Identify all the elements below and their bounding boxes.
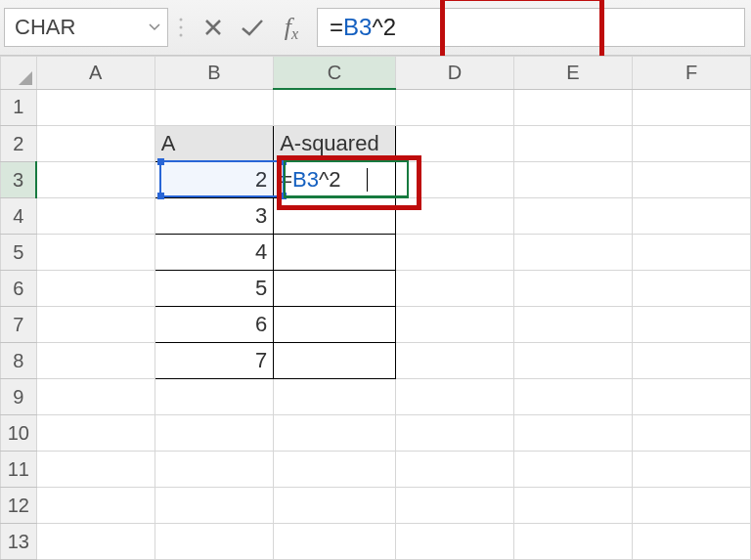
column-header[interactable]: A	[36, 57, 155, 90]
cell[interactable]	[514, 343, 633, 379]
cell[interactable]	[514, 452, 633, 488]
cell[interactable]	[514, 162, 633, 198]
column-header[interactable]: B	[155, 57, 273, 90]
cell[interactable]	[395, 235, 513, 271]
column-header[interactable]: F	[633, 57, 751, 90]
cell[interactable]	[633, 415, 751, 452]
name-box-dropdown-icon[interactable]	[142, 9, 167, 46]
cell[interactable]	[514, 307, 633, 343]
row-header[interactable]: 13	[1, 524, 37, 560]
cell[interactable]	[514, 271, 633, 307]
cell[interactable]	[274, 271, 396, 307]
cell[interactable]	[36, 452, 155, 488]
cell[interactable]	[36, 488, 155, 524]
name-box-resize-handle-icon[interactable]	[168, 0, 194, 55]
cell[interactable]	[633, 89, 751, 126]
row-header[interactable]: 6	[1, 271, 37, 307]
cell[interactable]	[514, 524, 633, 560]
row-header[interactable]: 7	[1, 307, 37, 343]
cell[interactable]	[395, 415, 513, 452]
cell[interactable]	[395, 307, 513, 343]
cell[interactable]	[514, 488, 633, 524]
formula-input[interactable]: =B3^2	[317, 8, 745, 47]
column-header[interactable]: E	[514, 57, 633, 90]
insert-function-button[interactable]: fx	[272, 8, 311, 47]
row-header[interactable]: 2	[1, 126, 37, 162]
cell[interactable]	[395, 343, 513, 379]
cell[interactable]: 3	[155, 198, 273, 235]
cell[interactable]	[36, 524, 155, 560]
cell[interactable]: 7	[155, 343, 273, 379]
row-header[interactable]: 3	[1, 162, 37, 198]
cell[interactable]	[274, 89, 396, 126]
cell[interactable]	[36, 89, 155, 126]
cell[interactable]	[395, 452, 513, 488]
cell[interactable]	[633, 162, 751, 198]
cell[interactable]	[274, 343, 396, 379]
cell[interactable]	[395, 488, 513, 524]
cell[interactable]	[274, 307, 396, 343]
cell[interactable]	[36, 415, 155, 452]
cell[interactable]	[36, 198, 155, 235]
cell[interactable]	[155, 488, 273, 524]
cell[interactable]	[633, 452, 751, 488]
cancel-button[interactable]	[194, 8, 233, 47]
cell[interactable]	[514, 415, 633, 452]
cell[interactable]	[155, 89, 273, 126]
cell[interactable]	[274, 488, 396, 524]
row-header[interactable]: 4	[1, 198, 37, 235]
cell[interactable]	[36, 307, 155, 343]
row-header[interactable]: 11	[1, 452, 37, 488]
select-all-corner[interactable]	[1, 57, 37, 90]
column-header[interactable]: C	[274, 57, 396, 90]
row-header[interactable]: 5	[1, 235, 37, 271]
enter-button[interactable]	[233, 8, 272, 47]
cell[interactable]	[274, 198, 396, 235]
row-header[interactable]: 9	[1, 379, 37, 415]
cell[interactable]	[395, 162, 513, 198]
cell[interactable]	[633, 488, 751, 524]
cell[interactable]	[36, 235, 155, 271]
row-header[interactable]: 12	[1, 488, 37, 524]
cell[interactable]	[395, 126, 513, 162]
cell[interactable]	[633, 235, 751, 271]
cell[interactable]	[633, 343, 751, 379]
cell[interactable]	[36, 126, 155, 162]
cell[interactable]	[274, 415, 396, 452]
row-header[interactable]: 1	[1, 89, 37, 126]
cell[interactable]	[514, 126, 633, 162]
cell[interactable]	[36, 379, 155, 415]
cell[interactable]	[274, 379, 396, 415]
cell[interactable]	[395, 198, 513, 235]
cell[interactable]	[274, 524, 396, 560]
cell[interactable]	[155, 415, 273, 452]
cell[interactable]	[36, 343, 155, 379]
cell[interactable]	[633, 126, 751, 162]
name-box[interactable]: CHAR	[4, 8, 168, 47]
row-header[interactable]: 10	[1, 415, 37, 452]
cell[interactable]	[155, 452, 273, 488]
table-header-cell[interactable]: A-squared	[274, 126, 396, 162]
cell[interactable]	[514, 198, 633, 235]
cell[interactable]: 4	[155, 235, 273, 271]
cell[interactable]	[514, 89, 633, 126]
cell[interactable]	[633, 524, 751, 560]
cell[interactable]	[155, 524, 273, 560]
cell[interactable]	[395, 379, 513, 415]
cell[interactable]	[274, 235, 396, 271]
cell[interactable]	[36, 162, 155, 198]
cell[interactable]	[633, 198, 751, 235]
cell[interactable]: 5	[155, 271, 273, 307]
column-header[interactable]: D	[395, 57, 513, 90]
cell[interactable]	[36, 271, 155, 307]
cell[interactable]	[395, 89, 513, 126]
cell[interactable]	[633, 307, 751, 343]
cell[interactable]	[395, 524, 513, 560]
cell[interactable]	[395, 271, 513, 307]
table-header-cell[interactable]: A	[155, 126, 273, 162]
cell[interactable]	[633, 271, 751, 307]
cell[interactable]	[155, 379, 273, 415]
cell[interactable]	[514, 235, 633, 271]
cell[interactable]	[514, 379, 633, 415]
row-header[interactable]: 8	[1, 343, 37, 379]
